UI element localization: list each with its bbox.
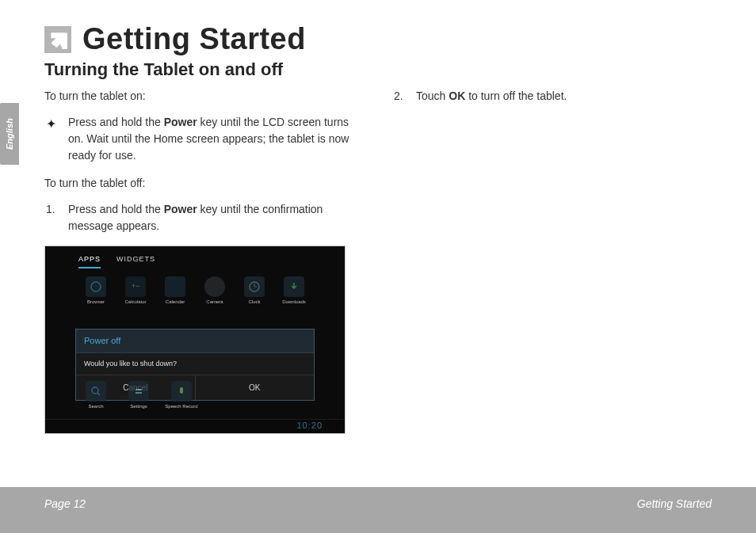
- text-fragment: Touch: [416, 89, 449, 102]
- turn-off-list: 1. Press and hold the Power key until th…: [44, 201, 364, 234]
- page-footer: Page 12 Getting Started: [0, 487, 756, 533]
- screenshot-tab-apps: APPS: [78, 254, 101, 268]
- two-column-layout: To turn the tablet on: ✦ Press and hold …: [44, 88, 712, 434]
- app-icon: Calendar: [158, 276, 193, 306]
- turn-off-step-2: 2. Touch OK to turn off the tablet.: [416, 88, 712, 105]
- clock-icon: [244, 276, 265, 297]
- arrow-down-right-icon: [44, 26, 71, 53]
- bold-power: Power: [164, 116, 197, 128]
- svg-point-5: [91, 282, 101, 291]
- app-icon: Speech Record: [164, 381, 199, 410]
- app-icon: Browser: [78, 276, 113, 306]
- text-fragment: Press and hold the: [68, 203, 164, 215]
- plus-icon: ✦: [46, 115, 56, 134]
- turn-off-label: To turn the tablet off:: [44, 175, 364, 192]
- screenshot-clock: 10:20: [296, 419, 323, 432]
- app-icon: Camera: [197, 276, 232, 306]
- app-icon: Clock: [237, 276, 272, 306]
- language-tab: English: [0, 103, 19, 165]
- svg-rect-13: [180, 387, 183, 394]
- tablet-screenshot: APPS WIDGETS Browser +−Calculator Calend…: [44, 246, 346, 434]
- calendar-icon: [165, 276, 185, 297]
- dialog-message: Would you like to shut down?: [76, 353, 314, 376]
- text-fragment: to turn off the tablet.: [465, 89, 567, 102]
- mic-icon: [171, 381, 192, 402]
- app-icon: Search: [78, 381, 113, 410]
- turn-off-list-continued: 2. Touch OK to turn off the tablet.: [392, 88, 712, 105]
- screenshot-tab-widgets: WIDGETS: [116, 254, 155, 268]
- svg-rect-11: [136, 389, 142, 390]
- dialog-title: Power off: [76, 329, 314, 353]
- app-icon: +−Calculator: [118, 276, 153, 306]
- svg-line-10: [97, 393, 100, 395]
- turn-on-list: ✦ Press and hold the Power key until the…: [44, 114, 364, 164]
- footer-section-name: Getting Started: [637, 497, 712, 510]
- screenshot-tabs: APPS WIDGETS: [78, 254, 155, 268]
- title-row: Getting Started: [44, 22, 712, 56]
- camera-icon: [204, 276, 225, 297]
- bold-ok: OK: [449, 89, 465, 102]
- screenshot-app-grid-row2: Search Settings Speech Record: [78, 381, 199, 410]
- step-number: 1.: [46, 201, 55, 218]
- turn-off-step-1: 1. Press and hold the Power key until th…: [68, 201, 364, 234]
- page-title: Getting Started: [82, 22, 306, 56]
- app-icon: Downloads: [277, 276, 311, 306]
- settings-icon: [128, 381, 149, 402]
- bold-power: Power: [164, 203, 197, 215]
- turn-on-bullet: ✦ Press and hold the Power key until the…: [68, 114, 364, 164]
- screenshot-app-grid-row1: Browser +−Calculator Calendar Camera Clo…: [78, 276, 311, 306]
- section-subtitle: Turning the Tablet on and off: [44, 59, 712, 80]
- right-column: 2. Touch OK to turn off the tablet.: [392, 88, 712, 434]
- dialog-ok-button: OK: [196, 375, 315, 400]
- search-icon: [86, 381, 106, 402]
- app-icon: Settings: [121, 381, 156, 410]
- downloads-icon: [284, 276, 304, 297]
- step-number: 2.: [394, 88, 403, 105]
- turn-on-label: To turn the tablet on:: [44, 88, 364, 105]
- svg-rect-12: [136, 392, 142, 394]
- main-content: Getting Started Turning the Tablet on an…: [0, 0, 756, 434]
- svg-point-9: [92, 387, 98, 394]
- globe-icon: [86, 276, 106, 297]
- text-fragment: Press and hold the: [68, 116, 164, 128]
- calculator-icon: +−: [125, 276, 146, 297]
- left-column: To turn the tablet on: ✦ Press and hold …: [44, 88, 364, 434]
- footer-page-number: Page 12: [44, 497, 86, 510]
